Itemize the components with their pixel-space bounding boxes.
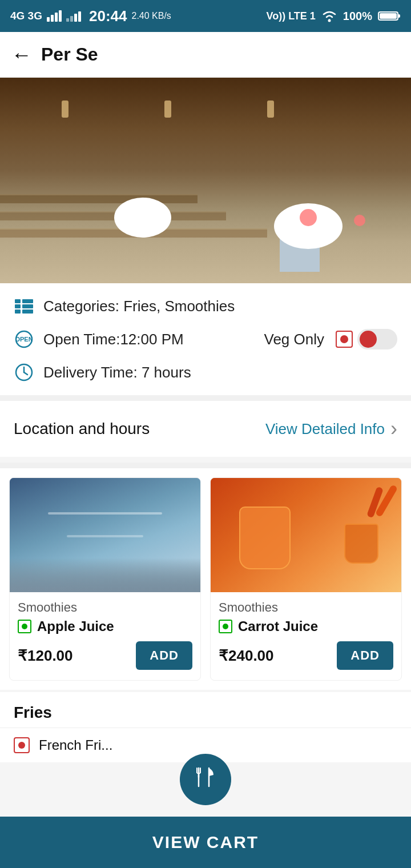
data-speed: 2.40 KB/s (131, 11, 171, 21)
svg-rect-2 (398, 14, 400, 18)
carrot-juice-price-row: ₹240.00 ADD (219, 641, 393, 670)
wifi-icon (321, 10, 337, 22)
signal-bars (47, 10, 62, 22)
svg-rect-8 (22, 304, 33, 308)
delivery-time-icon (14, 362, 34, 383)
view-detailed-info-button[interactable]: View Detailed Info (265, 420, 385, 438)
chevron-right-icon: › (390, 417, 397, 441)
veg-dot (340, 335, 348, 343)
fries-section: Fries French Fri... (0, 692, 411, 762)
divider-1 (0, 395, 411, 401)
status-bar: 4G 3G 20:44 2.40 KB/s Vo)) LTE 1 100% (0, 0, 411, 32)
fries-section-title: Fries (0, 692, 411, 728)
info-section: Categories: Fries, Smoothies OPEN Open T… (0, 283, 411, 395)
status-right: Vo)) LTE 1 100% (267, 10, 401, 23)
menu-item-carrot-juice: Smoothies Carrot Juice ₹240.00 ADD (210, 477, 402, 681)
svg-rect-4 (15, 299, 21, 303)
status-left: 4G 3G 20:44 2.40 KB/s (10, 7, 171, 25)
veg-toggle-switch[interactable] (357, 329, 397, 349)
categories-text: Categories: Fries, Smoothies (43, 298, 235, 315)
apple-juice-price: ₹120.00 (18, 647, 73, 665)
veg-badge-apple (18, 620, 31, 633)
view-cart-label: VIEW CART (152, 833, 259, 852)
delivery-time-text: Delivery Time: 7 hours (43, 364, 191, 381)
carrot-juice-name: Carrot Juice (238, 618, 318, 634)
svg-point-0 (328, 19, 331, 22)
svg-rect-3 (380, 13, 397, 19)
add-apple-juice-button[interactable]: ADD (136, 641, 192, 670)
menu-grid: Smoothies Apple Juice ₹120.00 ADD (0, 468, 411, 690)
food-fab-button[interactable] (180, 754, 231, 805)
network-type: 4G 3G (10, 10, 42, 22)
restaurant-image (0, 78, 411, 283)
categories-row: Categories: Fries, Smoothies (14, 296, 397, 316)
veg-only-label: Veg Only (264, 331, 324, 348)
apple-juice-name-row: Apple Juice (18, 618, 192, 634)
svg-text:OPEN: OPEN (15, 336, 33, 343)
veg-indicator (336, 331, 353, 348)
carrot-juice-body: Smoothies Carrot Juice ₹240.00 ADD (211, 592, 401, 680)
location-hours-text: Location and hours (14, 420, 150, 438)
delivery-time-row: Delivery Time: 7 hours (14, 362, 397, 383)
apple-juice-name: Apple Juice (37, 618, 114, 634)
menu-item-apple-juice: Smoothies Apple Juice ₹120.00 ADD (9, 477, 201, 681)
svg-rect-9 (22, 310, 33, 314)
veg-badge-carrot (219, 620, 232, 633)
categories-icon (14, 296, 34, 316)
svg-line-14 (24, 372, 27, 375)
fries-item-partial-name: French Fri... (39, 737, 112, 753)
apple-juice-category: Smoothies (18, 600, 192, 615)
svg-rect-7 (22, 299, 33, 303)
open-time-icon: OPEN (14, 329, 34, 349)
view-cart-button[interactable]: VIEW CART (0, 817, 411, 868)
location-right[interactable]: View Detailed Info › (265, 417, 397, 441)
veg-toggle-container: Veg Only (264, 329, 397, 349)
open-time-row: OPEN Open Time:12:00 PM Veg Only (14, 329, 397, 349)
add-carrot-juice-button[interactable]: ADD (337, 641, 393, 670)
svg-rect-6 (15, 310, 21, 314)
time-display: 20:44 (89, 7, 127, 25)
battery-percent: 100% (343, 10, 372, 23)
carrot-juice-image (211, 478, 401, 592)
location-bar[interactable]: Location and hours View Detailed Info › (0, 401, 411, 457)
carrot-juice-category: Smoothies (219, 600, 393, 615)
fork-knife-icon (193, 765, 218, 795)
apple-juice-image (10, 478, 200, 592)
toggle-dot (360, 331, 377, 348)
fries-veg-badge (14, 737, 30, 753)
header: ← Per Se (0, 32, 411, 78)
signal-bars-2 (66, 10, 81, 22)
carrot-juice-price: ₹240.00 (219, 647, 274, 665)
battery-icon (378, 10, 401, 22)
apple-juice-price-row: ₹120.00 ADD (18, 641, 192, 670)
restaurant-title: Per Se (41, 44, 98, 65)
volte-indicator: Vo)) LTE 1 (267, 10, 316, 22)
svg-rect-5 (15, 304, 21, 308)
back-button[interactable]: ← (11, 43, 32, 67)
carrot-juice-name-row: Carrot Juice (219, 618, 393, 634)
divider-2 (0, 463, 411, 468)
apple-juice-body: Smoothies Apple Juice ₹120.00 ADD (10, 592, 200, 680)
open-time-text: Open Time:12:00 PM (43, 331, 184, 348)
